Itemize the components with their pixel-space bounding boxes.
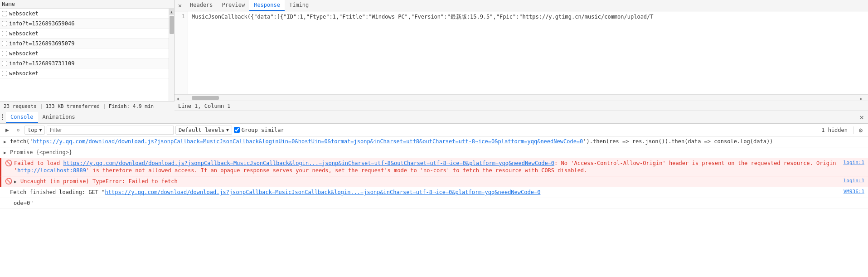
settings-icon[interactable]: ⚙ — [856, 126, 865, 135]
network-item-checkbox[interactable] — [2, 31, 7, 36]
network-item-name: info?t=1526893659046 — [9, 20, 75, 27]
levels-selector[interactable]: Default levels ▼ — [175, 126, 232, 135]
cursor-position: Line 1, Column 1 — [178, 103, 231, 109]
network-item-info2[interactable]: info?t=1526893695079 — [0, 39, 169, 49]
console-message-fetch-call: ▶ fetch('https://y.qq.com/download/downl… — [0, 136, 868, 147]
network-item-name: info?t=1526893695079 — [9, 40, 75, 47]
network-item-name: websocket — [9, 70, 39, 77]
network-item-checkbox[interactable] — [2, 11, 7, 16]
expand-arrow-icon[interactable]: ▶ — [4, 139, 8, 144]
fetch-call-text: fetch('https://y.qq.com/download/downloa… — [10, 138, 864, 146]
response-code: MusicJsonCallback({"data":[{"ID":1,"Ftyp… — [188, 11, 868, 94]
network-item-ws4[interactable]: websocket — [0, 68, 169, 78]
close-console-button[interactable]: ✕ — [857, 113, 866, 122]
chevron-down-icon: ▼ — [39, 128, 42, 132]
tab-preview[interactable]: Preview — [218, 0, 250, 11]
fetch-finished-url-link[interactable]: https://y.qq.com/download/download.js?js… — [105, 189, 541, 195]
network-item-checkbox[interactable] — [2, 21, 7, 26]
status-bar: Line 1, Column 1 — [175, 101, 868, 111]
horizontal-scrollbar[interactable]: ◀ ▶ — [175, 94, 868, 101]
typeerror-text: Uncaught (in promise) TypeError: Failed … — [20, 178, 840, 185]
dot — [2, 119, 3, 120]
expand-arrow-icon[interactable]: ▶ — [14, 179, 19, 184]
tab-headers[interactable]: Headers — [185, 0, 218, 11]
dot — [2, 117, 3, 118]
console-message-cors-error: 🚫 Failed to load https://y.qq.com/downlo… — [0, 158, 868, 177]
network-item-ws1[interactable]: websocket — [0, 9, 169, 19]
network-list-header: Name — [0, 0, 174, 9]
console-messages: ▶ fetch('https://y.qq.com/download/downl… — [0, 136, 868, 277]
console-tabs-bar: Console Animations ✕ — [0, 111, 868, 124]
hidden-count: 1 hidden — [819, 127, 850, 133]
dot — [2, 114, 3, 116]
network-item-name: info?t=1526893731109 — [9, 60, 75, 67]
devtools-menu[interactable] — [2, 114, 3, 120]
console-message-fetch-finished: ▶ Fetch finished loading: GET "https://y… — [0, 187, 868, 198]
cors-error-source[interactable]: login:1 — [844, 160, 864, 165]
tab-animations[interactable]: Animations — [38, 112, 80, 123]
ode-text: ode=0" — [14, 199, 864, 207]
fetch-finished-text: Fetch finished loading: GET "https://y.q… — [10, 189, 840, 196]
cors-error-text: Failed to load https://y.qq.com/download… — [14, 160, 840, 175]
toolbar-divider — [853, 126, 853, 134]
close-response-button[interactable]: ✕ — [175, 1, 184, 10]
scroll-right-arrow[interactable]: ▶ — [860, 96, 866, 100]
network-item-checkbox[interactable] — [2, 41, 7, 46]
stop-button[interactable]: ⊘ — [14, 126, 23, 135]
response-tabs-bar: ✕ Headers Preview Response Timing — [175, 0, 868, 11]
group-similar-option[interactable]: Group similar — [234, 127, 284, 133]
network-item-checkbox[interactable] — [2, 51, 7, 56]
tab-console[interactable]: Console — [6, 112, 38, 123]
tab-response[interactable]: Response — [249, 0, 285, 11]
console-message-ode: ode=0" — [0, 198, 868, 209]
console-toolbar: ▶ ⊘ top ▼ Default levels ▼ Group similar… — [0, 124, 868, 136]
network-item-ws2[interactable]: websocket — [0, 29, 169, 39]
cors-error-url-link[interactable]: https://y.qq.com/download/download.js?js… — [63, 160, 554, 166]
scroll-thumb[interactable] — [170, 16, 174, 34]
tab-timing[interactable]: Timing — [285, 0, 313, 11]
fetch-finished-source[interactable]: VM936:1 — [844, 189, 864, 194]
network-item-checkbox[interactable] — [2, 71, 7, 76]
chevron-down-icon: ▼ — [226, 128, 228, 132]
error-icon: 🚫 — [5, 160, 12, 166]
context-selector[interactable]: top ▼ — [24, 126, 45, 135]
scroll-up-arrow[interactable]: ▲ — [169, 9, 175, 15]
network-item-info3[interactable]: info?t=1526893731109 — [0, 58, 169, 68]
network-item-name: websocket — [9, 10, 39, 17]
fetch-url-link[interactable]: https://y.qq.com/download/download.js?js… — [33, 138, 583, 145]
console-message-promise: ▶ Promise {<pending>} — [0, 147, 868, 158]
network-item-info1[interactable]: info?t=1526893659046 — [0, 19, 169, 29]
console-message-typeerror: 🚫 ▶ Uncaught (in promise) TypeError: Fai… — [0, 176, 868, 187]
network-stats: 23 requests | 133 KB transferred | Finis… — [4, 103, 154, 109]
h-scroll-thumb[interactable] — [192, 96, 219, 100]
promise-text: Promise {<pending>} — [10, 149, 864, 156]
network-item-checkbox[interactable] — [2, 61, 7, 66]
filter-input[interactable] — [47, 126, 174, 135]
execute-button[interactable]: ▶ — [3, 126, 12, 135]
network-item-ws3[interactable]: websocket — [0, 49, 169, 58]
group-similar-label: Group similar — [242, 127, 284, 133]
network-name-column: Name — [2, 1, 15, 7]
line-number: 1 — [175, 11, 188, 94]
network-item-name: websocket — [9, 30, 39, 37]
network-scrollbar[interactable]: ▲ ▼ — [169, 9, 174, 111]
levels-label: Default levels — [179, 127, 224, 133]
typeerror-source[interactable]: login:1 — [844, 178, 864, 184]
network-item-name: websocket — [9, 50, 39, 57]
context-value: top — [28, 127, 38, 133]
scroll-left-arrow[interactable]: ◀ — [176, 96, 183, 100]
network-footer: 23 requests | 133 KB transferred | Finis… — [0, 101, 175, 111]
group-similar-checkbox[interactable] — [234, 127, 240, 133]
expand-arrow-icon[interactable]: ▶ — [4, 150, 8, 155]
localhost-link[interactable]: http://localhost:8889 — [17, 167, 86, 174]
error-icon: 🚫 — [5, 178, 12, 185]
